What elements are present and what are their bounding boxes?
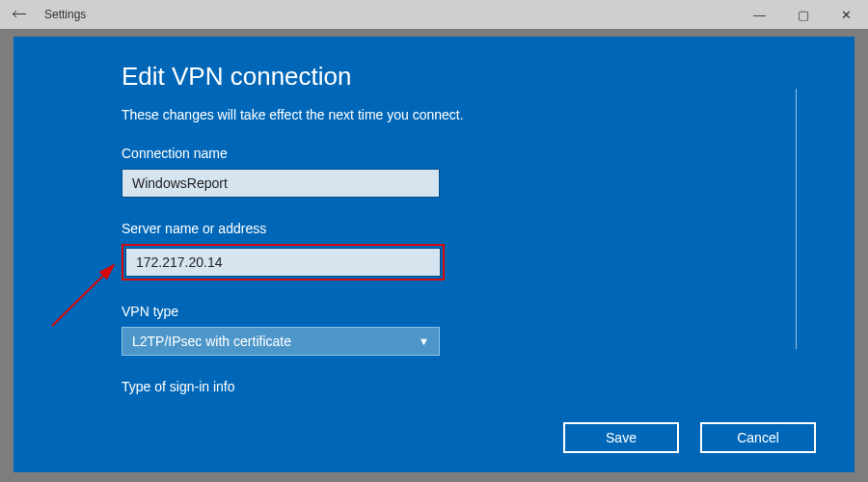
chevron-down-icon: ▼ (419, 335, 429, 347)
server-address-input[interactable] (125, 248, 441, 277)
modal-footer: Save Cancel (563, 422, 816, 453)
svg-line-0 (52, 265, 114, 326)
window-controls: — ▢ ✕ (738, 0, 868, 29)
signin-type-label: Type of sign-in info (122, 379, 854, 394)
modal-title: Edit VPN connection (122, 62, 854, 92)
title-bar: 🡐 Settings — ▢ ✕ (0, 0, 868, 29)
window-title: Settings (44, 8, 86, 21)
connection-name-input[interactable] (122, 169, 440, 198)
cancel-button[interactable]: Cancel (700, 422, 816, 453)
maximize-button[interactable]: ▢ (781, 0, 825, 29)
vpn-type-label: VPN type (122, 304, 854, 319)
save-button[interactable]: Save (563, 422, 679, 453)
edit-vpn-modal: Edit VPN connection These changes will t… (14, 37, 854, 472)
scroll-indicator[interactable] (796, 89, 797, 349)
vpn-type-dropdown[interactable]: L2TP/IPsec with certificate ▼ (122, 327, 440, 356)
vpn-type-value: L2TP/IPsec with certificate (132, 334, 291, 349)
vpn-type-group: VPN type L2TP/IPsec with certificate ▼ (122, 304, 854, 356)
minimize-button[interactable]: — (738, 0, 781, 29)
signin-type-group: Type of sign-in info (122, 379, 854, 394)
modal-subtitle: These changes will take effect the next … (122, 107, 854, 122)
back-button[interactable]: 🡐 (0, 6, 39, 23)
connection-name-label: Connection name (122, 146, 854, 161)
close-button[interactable]: ✕ (825, 0, 868, 29)
server-address-group: Server name or address (122, 221, 854, 281)
server-address-highlight (122, 244, 445, 281)
connection-name-group: Connection name (122, 146, 854, 198)
page-body: Edit VPN connection These changes will t… (0, 29, 868, 482)
server-address-label: Server name or address (122, 221, 854, 236)
